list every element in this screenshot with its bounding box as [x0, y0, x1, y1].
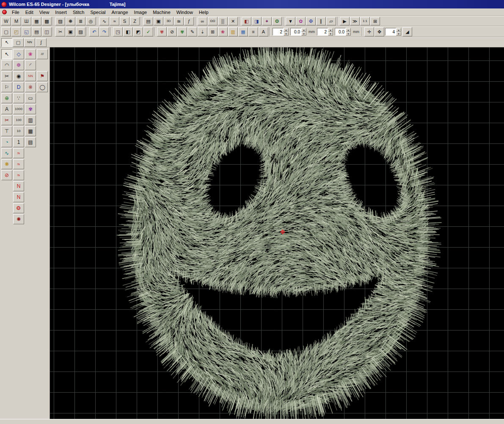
tool-flower-fill-button[interactable]: ✾ [25, 104, 36, 114]
stitch-length-1000-button[interactable]: 1000 [13, 104, 24, 114]
menu-special[interactable]: Special [87, 9, 108, 15]
tool-color-flower-button[interactable]: ❀ [25, 49, 36, 59]
tool-s-curve-button[interactable]: ∿ [1, 148, 12, 158]
overview-window-button[interactable]: ⊞ [370, 17, 380, 25]
stitch-length-10-button[interactable]: 10 [13, 126, 24, 136]
measure-tool-button[interactable]: ◢ [402, 27, 412, 36]
motif-fill-button[interactable]: ❋ [66, 17, 75, 25]
pan-tool-button[interactable]: ✛ [364, 27, 374, 36]
tool-column-button[interactable]: ▥ [25, 115, 36, 125]
menu-file[interactable]: File [9, 9, 22, 15]
menu-machine[interactable]: Machine [150, 9, 174, 15]
tool-knife-button[interactable]: ✂ [1, 71, 12, 81]
florentine-effect-button[interactable]: ƒ [184, 17, 194, 25]
triple-run-button[interactable]: ≈ [110, 17, 119, 25]
remove-overlaps-button[interactable]: ▼ [286, 17, 295, 25]
wave-effect-button[interactable]: ≅ [174, 17, 184, 25]
tool-spray-button[interactable]: ※ [25, 82, 36, 92]
contour-fill-button[interactable]: ≣ [76, 17, 85, 25]
spacing-major-spinner[interactable]: 2 [317, 28, 333, 36]
team-names-button[interactable]: ✿ [296, 17, 306, 25]
spacing-minor-spinner[interactable]: 0.0 [335, 28, 351, 36]
morph-effect-button[interactable]: ◨ [252, 17, 262, 25]
flexi-split-button[interactable]: ▨ [55, 17, 65, 25]
ratio-one-to-one-button[interactable]: 1:1 [360, 17, 370, 25]
spacing-major-spinner-down-button[interactable] [328, 32, 333, 36]
stipple-fill-button[interactable]: ▒ [218, 17, 228, 25]
tool-steps-button[interactable]: ∵ [13, 93, 24, 103]
tool-fan-button[interactable]: ◔ [1, 137, 12, 147]
open-design-button[interactable]: ◰ [11, 27, 21, 36]
tool-globe-button[interactable]: ⊕ [1, 93, 12, 103]
document-window-icon[interactable] [2, 10, 7, 14]
zoom-factor-spinner-value[interactable]: 4 [385, 28, 396, 36]
zoom-factor-spinner-up-button[interactable] [396, 28, 401, 32]
program-split-button[interactable]: ▩ [42, 17, 52, 25]
spacing-minor-spinner-value[interactable]: 0.0 [335, 28, 346, 36]
tool-rectangle-button[interactable]: ▭ [25, 93, 36, 103]
artistic-view-button[interactable]: ✾ [177, 27, 187, 36]
verify-design-button[interactable]: ✓ [143, 27, 153, 36]
tool-select-button[interactable]: ↖ [1, 49, 12, 59]
grid-minor-spinner-up-button[interactable] [301, 28, 306, 32]
menu-image[interactable]: Image [131, 9, 150, 15]
run-stitch-button[interactable]: ∿ [99, 17, 109, 25]
slow-redraw-button[interactable]: ≫ [350, 17, 360, 25]
three-d-warp-button[interactable]: 3D [164, 17, 174, 25]
spacing-major-spinner-value[interactable]: 2 [317, 28, 328, 36]
cross-stitch-button[interactable]: ✕ [228, 17, 238, 25]
spiral-fill-button[interactable]: ◎ [86, 17, 96, 25]
tool-pin-button[interactable]: ⊤ [1, 126, 12, 136]
grid-minor-spinner-value[interactable]: 0.0 [290, 28, 301, 36]
tatami-fill-button[interactable]: ▦ [32, 17, 41, 25]
letter-align-button[interactable]: A [259, 27, 268, 36]
undo-button[interactable]: ↶ [89, 27, 99, 36]
grid-minor-spinner[interactable]: 0.0 [290, 28, 306, 36]
normal-view-button[interactable]: ✾ [157, 27, 167, 36]
pen-tool-button[interactable]: ✎ [187, 27, 197, 36]
menu-arrange[interactable]: Arrange [108, 9, 131, 15]
point-edit-mode-button[interactable]: ▢ [13, 38, 24, 47]
tool-reshape-button[interactable]: ◇ [13, 49, 24, 59]
show-grid-button[interactable]: ⊞ [208, 27, 218, 36]
star-fill-button[interactable]: ✦ [262, 17, 272, 25]
mirror-horizontal-button[interactable]: ◧ [123, 27, 133, 36]
tool-arc-button[interactable]: ◜ [25, 60, 36, 70]
motif-run-button[interactable]: S [120, 17, 129, 25]
tool-guide-flag-button[interactable]: ⚐ [1, 82, 12, 92]
tool-checker-button[interactable]: ▦ [25, 126, 36, 136]
tool-flag-button[interactable]: ⚑ [37, 71, 48, 81]
copy-button[interactable]: ▣ [66, 27, 75, 36]
tool-target-button[interactable]: ❂ [13, 203, 24, 213]
menu-window[interactable]: Window [174, 9, 196, 15]
reshape-tool-button[interactable]: ◳ [113, 27, 123, 36]
back-stitch-button[interactable]: Z [130, 17, 140, 25]
print-preview-button[interactable]: ◫ [42, 27, 52, 36]
eyelet-button[interactable]: ΩΩ [208, 17, 218, 25]
tool-freehand-button[interactable]: ◠ [1, 60, 12, 70]
select-mode-button[interactable]: ↖ [1, 38, 12, 47]
zigzag-stitch-button[interactable]: M [11, 17, 21, 25]
tool-target-b-button[interactable]: ✺ [13, 214, 24, 224]
grid-minor-spinner-down-button[interactable] [301, 32, 306, 36]
buttonhole-button[interactable]: ∞ [198, 17, 207, 25]
sequence-view-button[interactable]: ≡ [248, 27, 258, 36]
e-stitch-button[interactable]: Ш [22, 17, 31, 25]
tool-gear-button[interactable]: ❋ [1, 159, 12, 169]
stitch-player-button[interactable]: ▶ [340, 17, 350, 25]
leaf-pair-button[interactable]: ❀ [218, 27, 228, 36]
stitch-edit-mode-button[interactable]: NN [24, 38, 35, 47]
tool-stop-button[interactable]: ⊘ [1, 170, 12, 180]
tool-scissors-button[interactable]: ✂ [1, 115, 12, 125]
menu-stitch[interactable]: Stitch [70, 9, 88, 15]
color-film-button[interactable]: ▦ [238, 27, 248, 36]
tool-zigzag-b-button[interactable]: ≈ [13, 159, 24, 169]
auto-applique-button[interactable]: ▱ [326, 17, 336, 25]
fusion-fill-button[interactable]: ▤ [143, 17, 153, 25]
title-bar[interactable]: Wilcom ES-65 Designer - [улыбочка Tajima… [0, 0, 504, 8]
tool-slant-fill-button[interactable]: /// [37, 49, 48, 59]
cut-button[interactable]: ✂ [55, 27, 65, 36]
new-design-button[interactable]: ▢ [1, 27, 11, 36]
wreath-fill-button[interactable]: ❂ [272, 17, 282, 25]
tool-lettering-button[interactable]: A [1, 104, 12, 114]
